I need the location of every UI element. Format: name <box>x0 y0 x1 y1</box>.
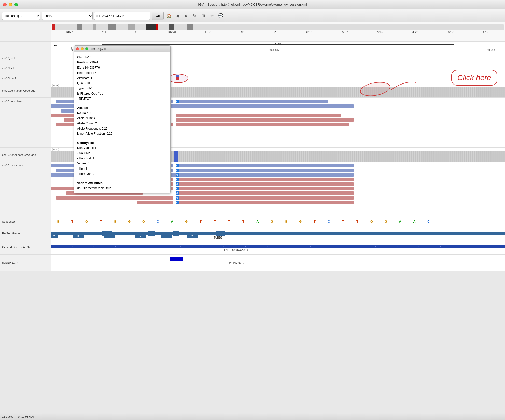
track-data-dbsnp[interactable]: rs144539776 <box>51 255 505 271</box>
back-icon[interactable]: ◀ <box>174 12 181 19</box>
dbsnp-rs-label: rs144539776 <box>229 262 244 264</box>
bp-ruler-name <box>0 42 51 53</box>
popup-allele-count: Allele Count: 2 <box>77 121 167 126</box>
track-name-dbsnp[interactable]: dbSNP 1.3.7 <box>0 255 51 271</box>
track-name-chr10t-vcf[interactable]: chr10t.vcf <box>0 63 51 73</box>
seq-letter-G: G <box>51 220 65 223</box>
seq-letter-T7: T <box>307 220 322 223</box>
variant-c-label: C <box>176 191 179 195</box>
titlebar: IGV – Session: http://helix.nih.gov/~CCB… <box>0 0 505 9</box>
popup-no-call: No Call: 0 <box>77 110 167 116</box>
popup-position: Position: 93694 <box>77 60 167 65</box>
track-row-dbsnp: dbSNP 1.3.7 rs144539776 <box>0 255 505 271</box>
chrom-label-p13: p13 <box>135 31 139 33</box>
seq-letter-G7: G <box>265 220 279 223</box>
close-button[interactable] <box>3 3 7 6</box>
popup-alternate: Alternate: C <box>77 76 167 81</box>
gencode-arrow: ‹ <box>245 245 246 248</box>
popup-content: Chr: chr10 Position: 93694 ID: rs1445397… <box>74 52 170 193</box>
chrom-data-cell[interactable]: p15.2 p14 p13 p12.31 p12.1 p11 .23 q21.1… <box>51 22 505 41</box>
statusbar: 11 tracks chr10:93,696 <box>0 413 505 420</box>
seq-letter-A3: A <box>393 220 407 223</box>
click-here-text: Click here <box>457 73 491 82</box>
genome-select[interactable]: Human hg19 <box>2 12 40 20</box>
track-name-sequence[interactable]: Sequence → <box>0 216 51 227</box>
sequence-arrow-icon: → <box>16 220 19 224</box>
track-data-gencode[interactable]: ‹ ‹ ‹ ‹ ‹ ‹ ‹ ‹ ‹ ‹ ‹ ‹ ‹ ‹ ‹ ‹ ‹ <box>51 240 505 254</box>
track-name-chr10g-vcf[interactable]: chr10g.vcf <box>0 53 51 63</box>
popup-allele-freq: Allele Frequency: 0.25 <box>77 126 167 131</box>
track-row-sequence: Sequence → G T G T G G G C A G T T <box>0 216 505 227</box>
popup-titlebar: chr10tg.vcf <box>74 46 170 52</box>
variant-c-label: C <box>176 164 179 167</box>
go-button[interactable]: Go <box>152 12 164 20</box>
track-data-sequence[interactable]: G T G T G G G C A G T T T T A G G <box>51 216 505 227</box>
read-row <box>176 123 349 126</box>
track-name-germ-coverage[interactable]: chr10.germ.bam Coverage <box>0 83 51 97</box>
read-row <box>176 169 354 172</box>
popup-minimize-button[interactable] <box>81 47 84 50</box>
popup-dbsnp-membership: dbSNP Membership: true <box>77 186 167 191</box>
aa-label-T: T <box>51 235 58 238</box>
settings-icon[interactable]: ✳ <box>208 12 216 19</box>
gencode-transcript-label: ENST00000447903.2 <box>224 249 248 252</box>
gencode-arrow: ‹ <box>462 245 463 248</box>
chromosome-select[interactable]: chr10 <box>42 12 93 20</box>
read-row <box>176 114 341 117</box>
dbsnp-bar[interactable] <box>170 257 183 261</box>
refresh-icon[interactable]: ↻ <box>191 12 198 19</box>
popup-allele-num: Allele Num: 4 <box>77 116 167 121</box>
track-name-tumor-coverage[interactable]: chr10.tumor.bam Coverage <box>0 148 51 162</box>
read-row <box>176 178 354 181</box>
gencode-arrow: ‹ <box>332 245 333 248</box>
popup-type: Type: SNP <box>77 86 167 91</box>
home-icon[interactable]: 🏠 <box>165 12 172 19</box>
window-title: IGV – Session: http://helix.nih.gov/~CCB… <box>198 3 307 6</box>
locus-input[interactable] <box>94 12 150 20</box>
popup-genotypes-label: Genotypes: <box>77 140 167 145</box>
seq-letter-A2: A <box>250 220 265 223</box>
chrom-label-q231: q23.1 <box>483 31 489 33</box>
track-name-chr10tg-vcf[interactable]: chr10tg.vcf <box>0 73 51 83</box>
minimize-button[interactable] <box>9 3 12 6</box>
seq-letter-G11: G <box>379 220 393 223</box>
window-controls <box>3 3 18 6</box>
vcf-popup[interactable]: chr10tg.vcf Chr: chr10 Position: 93694 I… <box>74 45 171 193</box>
popup-minor-allele: Minor Allele Fraction: 0.25 <box>77 131 167 136</box>
track-row-refseq: RefSeq Genes TUBB8 T P L K L <box>0 227 505 240</box>
popup-chr: Chr: chr10 <box>77 55 167 60</box>
chrom-label-p152: p15.2 <box>66 31 73 33</box>
maximize-button[interactable] <box>14 3 18 6</box>
speech-icon[interactable]: 💬 <box>217 12 224 19</box>
click-here-annotation: Click here <box>451 70 497 86</box>
forward-icon[interactable]: ▶ <box>183 12 190 19</box>
popup-het: - Het: 1 <box>77 166 167 171</box>
click-arrow <box>375 75 426 100</box>
track-name-tumor-bam[interactable]: chr10.tumor.bam <box>0 162 51 216</box>
toolbar-divider <box>227 12 227 19</box>
popup-divider-3 <box>77 178 167 178</box>
popup-divider-1 <box>77 103 167 103</box>
variant-c-label: C <box>176 196 179 200</box>
seq-letter-C3: C <box>422 220 436 223</box>
gencode-arrow: ‹ <box>180 245 181 248</box>
track-name-refseq[interactable]: RefSeq Genes <box>0 227 51 240</box>
aa-label-L2: L <box>161 235 172 238</box>
seq-letter-A4: A <box>407 220 422 223</box>
track-name-germ-bam[interactable]: chr10.germ.bam <box>0 98 51 147</box>
germ-coverage-range: [0 - 26] <box>52 84 59 87</box>
popup-title: chr10tg.vcf <box>91 47 106 51</box>
track-data-refseq[interactable]: TUBB8 T P L K L T <box>51 227 505 240</box>
zoom-icon[interactable]: ⊞ <box>200 12 207 19</box>
track-name-gencode[interactable]: Gencode Genes (v18) <box>0 240 51 254</box>
seq-letter-T2: T <box>94 220 108 223</box>
popup-close-button[interactable] <box>76 47 79 50</box>
seq-letter-G2: G <box>79 220 94 223</box>
aa-label-P: P <box>73 235 84 238</box>
chrom-label-q23: .23 <box>274 31 277 33</box>
read-row <box>176 104 354 108</box>
gencode-arrow: ‹ <box>440 245 441 248</box>
popup-maximize-button[interactable] <box>85 47 88 50</box>
seq-letter-G9: G <box>293 220 307 223</box>
variant-c-label: C <box>176 201 179 204</box>
